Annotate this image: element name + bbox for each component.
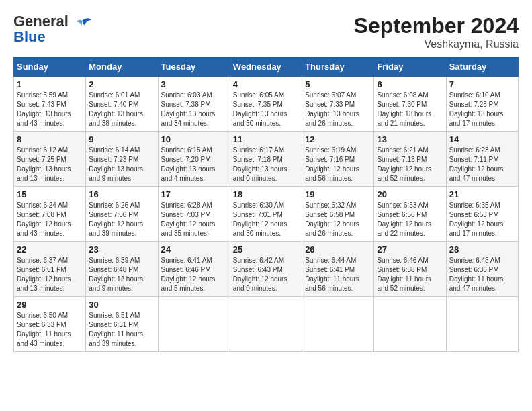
day-number: 18	[233, 189, 299, 199]
day-info: Sunrise: 6:42 AM Sunset: 6:43 PM Dayligh…	[233, 256, 299, 293]
day-number: 4	[233, 79, 299, 89]
day-number: 14	[449, 134, 515, 144]
day-info: Sunrise: 6:50 AM Sunset: 6:33 PM Dayligh…	[17, 311, 83, 349]
empty-cell	[230, 297, 302, 352]
day-info: Sunrise: 6:17 AM Sunset: 7:18 PM Dayligh…	[233, 146, 299, 183]
header-tuesday: Tuesday	[158, 58, 230, 77]
day-info: Sunrise: 6:03 AM Sunset: 7:38 PM Dayligh…	[161, 91, 227, 128]
day-info: Sunrise: 6:30 AM Sunset: 7:01 PM Dayligh…	[233, 201, 299, 238]
calendar-day-18: 18 Sunrise: 6:30 AM Sunset: 7:01 PM Dayl…	[230, 187, 302, 242]
day-info: Sunrise: 6:23 AM Sunset: 7:11 PM Dayligh…	[449, 146, 515, 183]
day-info: Sunrise: 6:35 AM Sunset: 6:53 PM Dayligh…	[449, 201, 515, 238]
calendar-day-22: 22 Sunrise: 6:37 AM Sunset: 6:51 PM Dayl…	[14, 242, 86, 297]
header-monday: Monday	[86, 58, 158, 77]
day-number: 12	[305, 134, 371, 144]
header-sunday: Sunday	[14, 58, 86, 77]
day-info: Sunrise: 5:59 AM Sunset: 7:43 PM Dayligh…	[17, 91, 83, 128]
day-info: Sunrise: 6:08 AM Sunset: 7:30 PM Dayligh…	[377, 91, 443, 128]
day-number: 13	[377, 134, 443, 144]
calendar-day-20: 20 Sunrise: 6:33 AM Sunset: 6:56 PM Dayl…	[374, 187, 446, 242]
day-info: Sunrise: 6:39 AM Sunset: 6:48 PM Dayligh…	[89, 256, 154, 293]
empty-cell	[446, 297, 518, 352]
calendar-week-1: 1 Sunrise: 5:59 AM Sunset: 7:43 PM Dayli…	[14, 77, 519, 132]
calendar-day-11: 11 Sunrise: 6:17 AM Sunset: 7:18 PM Dayl…	[230, 132, 302, 187]
day-info: Sunrise: 6:21 AM Sunset: 7:13 PM Dayligh…	[377, 146, 443, 183]
empty-cell	[302, 297, 374, 352]
day-number: 19	[305, 189, 371, 199]
calendar-day-16: 16 Sunrise: 6:26 AM Sunset: 7:06 PM Dayl…	[86, 187, 158, 242]
calendar-day-25: 25 Sunrise: 6:42 AM Sunset: 6:43 PM Dayl…	[230, 242, 302, 297]
day-number: 28	[449, 244, 515, 255]
day-number: 15	[17, 189, 83, 199]
header-wednesday: Wednesday	[230, 58, 302, 77]
day-number: 2	[89, 79, 154, 89]
calendar-day-14: 14 Sunrise: 6:23 AM Sunset: 7:11 PM Dayl…	[446, 132, 518, 187]
day-number: 16	[89, 189, 154, 199]
day-info: Sunrise: 6:32 AM Sunset: 6:58 PM Dayligh…	[305, 201, 371, 238]
calendar-day-19: 19 Sunrise: 6:32 AM Sunset: 6:58 PM Dayl…	[302, 187, 374, 242]
day-info: Sunrise: 6:26 AM Sunset: 7:06 PM Dayligh…	[89, 201, 154, 238]
day-number: 11	[233, 134, 299, 144]
day-number: 27	[377, 244, 443, 255]
day-info: Sunrise: 6:28 AM Sunset: 7:03 PM Dayligh…	[161, 201, 227, 238]
calendar-day-17: 17 Sunrise: 6:28 AM Sunset: 7:03 PM Dayl…	[158, 187, 230, 242]
day-info: Sunrise: 6:14 AM Sunset: 7:23 PM Dayligh…	[89, 146, 154, 183]
day-number: 30	[89, 300, 154, 310]
calendar-day-9: 9 Sunrise: 6:14 AM Sunset: 7:23 PM Dayli…	[86, 132, 158, 187]
calendar-day-12: 12 Sunrise: 6:19 AM Sunset: 7:16 PM Dayl…	[302, 132, 374, 187]
day-number: 8	[17, 134, 83, 144]
day-number: 9	[89, 134, 154, 144]
day-number: 25	[233, 244, 299, 255]
calendar-week-4: 22 Sunrise: 6:37 AM Sunset: 6:51 PM Dayl…	[14, 242, 519, 297]
day-number: 20	[377, 189, 443, 199]
calendar-month-year: September 2024	[354, 13, 519, 38]
calendar-day-3: 3 Sunrise: 6:03 AM Sunset: 7:38 PM Dayli…	[158, 77, 230, 132]
day-number: 23	[89, 244, 154, 255]
calendar-day-7: 7 Sunrise: 6:10 AM Sunset: 7:28 PM Dayli…	[446, 77, 518, 132]
day-info: Sunrise: 6:01 AM Sunset: 7:40 PM Dayligh…	[89, 91, 154, 128]
calendar-day-15: 15 Sunrise: 6:24 AM Sunset: 7:08 PM Dayl…	[14, 187, 86, 242]
day-number: 3	[161, 79, 227, 89]
logo-blue: Blue	[13, 29, 69, 44]
calendar-day-28: 28 Sunrise: 6:48 AM Sunset: 6:36 PM Dayl…	[446, 242, 518, 297]
calendar-location: Veshkayma, Russia	[354, 38, 519, 50]
day-number: 1	[17, 79, 83, 89]
day-number: 5	[305, 79, 371, 89]
empty-cell	[158, 297, 230, 352]
header-friday: Friday	[374, 58, 446, 77]
calendar-day-13: 13 Sunrise: 6:21 AM Sunset: 7:13 PM Dayl…	[374, 132, 446, 187]
calendar-header-row: SundayMondayTuesdayWednesdayThursdayFrid…	[14, 58, 519, 77]
day-info: Sunrise: 6:41 AM Sunset: 6:46 PM Dayligh…	[161, 256, 227, 293]
calendar-day-29: 29 Sunrise: 6:50 AM Sunset: 6:33 PM Dayl…	[14, 297, 86, 352]
day-info: Sunrise: 6:46 AM Sunset: 6:38 PM Dayligh…	[377, 256, 443, 293]
calendar-day-8: 8 Sunrise: 6:12 AM Sunset: 7:25 PM Dayli…	[14, 132, 86, 187]
day-number: 10	[161, 134, 227, 144]
calendar-day-21: 21 Sunrise: 6:35 AM Sunset: 6:53 PM Dayl…	[446, 187, 518, 242]
day-info: Sunrise: 6:33 AM Sunset: 6:56 PM Dayligh…	[377, 201, 443, 238]
day-info: Sunrise: 6:48 AM Sunset: 6:36 PM Dayligh…	[449, 256, 515, 293]
day-info: Sunrise: 6:37 AM Sunset: 6:51 PM Dayligh…	[17, 256, 83, 293]
calendar-day-10: 10 Sunrise: 6:15 AM Sunset: 7:20 PM Dayl…	[158, 132, 230, 187]
calendar-day-23: 23 Sunrise: 6:39 AM Sunset: 6:48 PM Dayl…	[86, 242, 158, 297]
day-info: Sunrise: 6:07 AM Sunset: 7:33 PM Dayligh…	[305, 91, 371, 128]
calendar-day-6: 6 Sunrise: 6:08 AM Sunset: 7:30 PM Dayli…	[374, 77, 446, 132]
day-info: Sunrise: 6:05 AM Sunset: 7:35 PM Dayligh…	[233, 91, 299, 128]
header-saturday: Saturday	[446, 58, 518, 77]
day-info: Sunrise: 6:24 AM Sunset: 7:08 PM Dayligh…	[17, 201, 83, 238]
page-header: General Blue September 2024 Veshkayma, R…	[13, 13, 519, 50]
calendar-day-2: 2 Sunrise: 6:01 AM Sunset: 7:40 PM Dayli…	[86, 77, 158, 132]
day-info: Sunrise: 6:12 AM Sunset: 7:25 PM Dayligh…	[17, 146, 83, 183]
calendar-day-30: 30 Sunrise: 6:51 AM Sunset: 6:31 PM Dayl…	[86, 297, 158, 352]
day-info: Sunrise: 6:51 AM Sunset: 6:31 PM Dayligh…	[89, 311, 154, 349]
day-number: 26	[305, 244, 371, 255]
logo-general: General	[13, 13, 69, 29]
calendar-table: SundayMondayTuesdayWednesdayThursdayFrid…	[13, 57, 519, 352]
calendar-day-5: 5 Sunrise: 6:07 AM Sunset: 7:33 PM Dayli…	[302, 77, 374, 132]
calendar-day-4: 4 Sunrise: 6:05 AM Sunset: 7:35 PM Dayli…	[230, 77, 302, 132]
logo-bird-icon	[71, 15, 93, 37]
calendar-day-1: 1 Sunrise: 5:59 AM Sunset: 7:43 PM Dayli…	[14, 77, 86, 132]
day-number: 7	[449, 79, 515, 89]
calendar-title-block: September 2024 Veshkayma, Russia	[354, 13, 519, 50]
day-info: Sunrise: 6:19 AM Sunset: 7:16 PM Dayligh…	[305, 146, 371, 183]
calendar-week-2: 8 Sunrise: 6:12 AM Sunset: 7:25 PM Dayli…	[14, 132, 519, 187]
